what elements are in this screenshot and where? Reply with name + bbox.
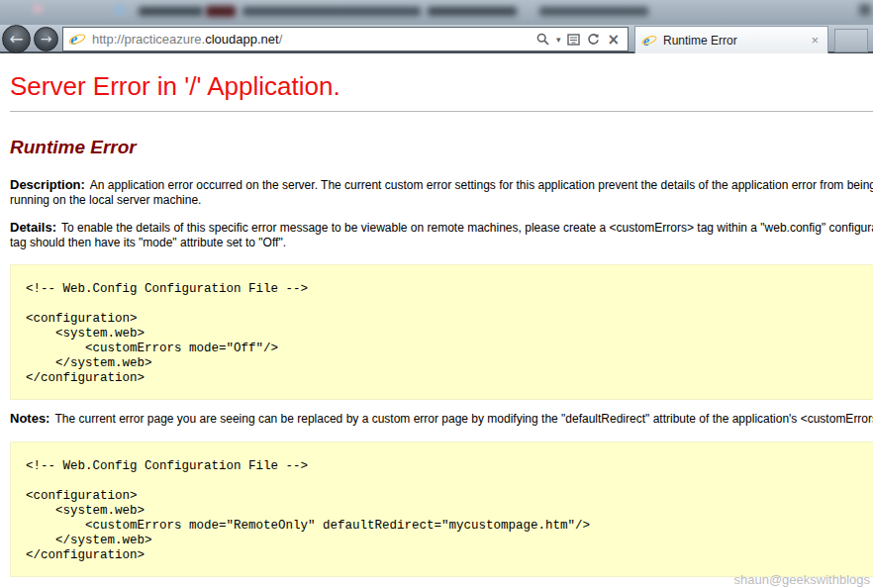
browser-window: e http://practiceazure.cloudapp.net/ ▾ — [0, 0, 873, 588]
watermark: shaun@geekswithblogs — [733, 572, 870, 587]
search-icon[interactable] — [536, 33, 549, 46]
browser-navbar: e http://practiceazure.cloudapp.net/ ▾ — [0, 25, 873, 53]
new-tab-button[interactable] — [834, 29, 868, 52]
details-line2: tag should then have its "mode" attribut… — [10, 236, 873, 250]
notes-label: Notes: — [10, 411, 49, 426]
window-titlebar — [0, 0, 873, 25]
blurred-titlebar-icon — [34, 5, 42, 13]
details-line1: Details:To enable the details of this sp… — [10, 220, 873, 236]
blurred-window-title — [242, 7, 421, 16]
details-label: Details: — [10, 220, 56, 235]
url-scheme: http://practiceazure. — [92, 32, 205, 47]
description-line2: running on the local server machine. — [10, 193, 873, 208]
blurred-window-title — [859, 4, 871, 16]
forward-button[interactable]: → — [34, 27, 58, 51]
web-config-example-off: <!-- Web.Config Configuration File --> <… — [10, 264, 873, 400]
ie-logo-icon: e — [68, 31, 86, 49]
compatibility-view-icon[interactable] — [567, 34, 580, 46]
blurred-window-title — [428, 7, 517, 16]
url-text[interactable]: http://practiceazure.cloudapp.net/ — [92, 32, 536, 47]
ie-logo-icon: e — [641, 33, 657, 49]
notes-line1: Notes:The current error page you are see… — [10, 411, 873, 427]
search-dropdown-icon[interactable]: ▾ — [556, 35, 561, 45]
back-button[interactable]: ← — [2, 25, 31, 53]
description-line1: Description:An application error occurre… — [10, 177, 873, 193]
tab-runtime-error[interactable]: e Runtime Error × — [634, 26, 828, 53]
description-label: Description: — [10, 177, 85, 192]
url-path: / — [279, 32, 283, 47]
blurred-window-title — [539, 7, 648, 16]
divider — [10, 111, 873, 112]
blurred-window-title — [206, 6, 236, 17]
code-text: <!-- Web.Config Configuration File --> <… — [26, 282, 873, 386]
blurred-window-title — [139, 7, 203, 16]
error-subtitle: Runtime Error — [10, 137, 873, 158]
svg-text:e: e — [643, 33, 649, 48]
web-config-example-remoteonly: <!-- Web.Config Configuration File --> <… — [10, 441, 873, 577]
code-text: <!-- Web.Config Configuration File --> <… — [26, 459, 873, 563]
refresh-icon[interactable] — [587, 33, 600, 46]
stop-icon[interactable]: × — [607, 31, 620, 49]
url-domain: cloudapp.net — [205, 32, 278, 47]
page-title: Server Error in '/' Application. — [10, 71, 873, 102]
address-bar-buttons: ▾ × — [536, 31, 628, 49]
blurred-titlebar-icon — [115, 6, 125, 14]
tab-close-icon[interactable]: × — [808, 33, 822, 48]
page-content: Server Error in '/' Application. Runtime… — [0, 55, 873, 588]
address-bar[interactable]: e http://practiceazure.cloudapp.net/ ▾ — [62, 27, 629, 51]
tab-title: Runtime Error — [663, 34, 808, 48]
